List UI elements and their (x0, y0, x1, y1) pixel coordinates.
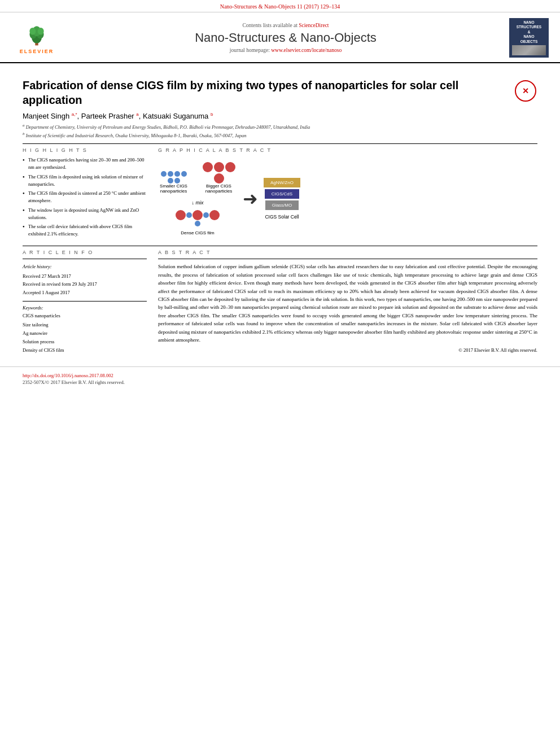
keywords-list: CIGS nanoparticles Size tailoring Ag nan… (23, 312, 147, 355)
authors-line: Manjeet Singh a,*, Parteek Prasher a, Ka… (23, 112, 537, 120)
sciencedirect-link[interactable]: ScienceDirect (299, 23, 329, 28)
page-footer: http://dx.doi.org/10.1016/j.nanoso.2017.… (0, 366, 560, 391)
dense-film-label: Dense CIGS film (181, 230, 215, 235)
journal-center: Contents lists available at ScienceDirec… (62, 23, 509, 53)
highlight-item: The CIGS film is deposited using ink sol… (23, 173, 147, 188)
highlights-and-graphical-abstract: H I G H L I G H T S The CIGS nanoparticl… (23, 147, 537, 241)
graphical-abstract-figure: Smaller CIGSnanoparticles Big (158, 156, 537, 241)
keyword-item: Solution process (23, 338, 147, 346)
elsevier-tree-icon (23, 22, 51, 47)
highlight-item: The solar cell device fabricated with ab… (23, 223, 147, 238)
elsevier-label: ELSEVIER (20, 49, 54, 54)
solar-cell-diagram: AgNW/ZnO CIGS/CdS Glass/MO CIGS Solar Ce… (264, 178, 300, 220)
bigger-nanoparticles: Bigger CIGSnanoparticles (200, 162, 237, 195)
cigs-layer: CIGS/CdS (265, 189, 299, 199)
svg-point-6 (38, 27, 44, 34)
highlight-item: The CIGS nanoparticles having size 20–30… (23, 156, 147, 171)
keyword-item: Ag nanowire (23, 329, 147, 338)
copyright-line: © 2017 Elsevier B.V. All rights reserved… (158, 347, 537, 353)
keywords-label: Keywords: (23, 305, 147, 311)
main-content: Fabrication of dense CIGS film by mixing… (0, 63, 560, 355)
elsevier-logo: ELSEVIER (11, 22, 62, 54)
keyword-item: Density of CIGS film (23, 346, 147, 355)
bigger-np-label: Bigger CIGSnanoparticles (205, 184, 233, 194)
page: Nano-Structures & Nano-Objects 11 (2017)… (0, 0, 560, 747)
abstract-text: Solution method fabrication of copper in… (158, 263, 537, 344)
glass-layer: Glass/MO (265, 200, 299, 210)
contents-line: Contents lists available at ScienceDirec… (62, 23, 509, 28)
journal-header: ELSEVIER Contents lists available at Sci… (0, 12, 560, 63)
highlights-section: H I G H L I G H T S The CIGS nanoparticl… (23, 147, 147, 241)
article-info-label: A R T I C L E I N F O (23, 250, 147, 255)
footer-doi[interactable]: http://dx.doi.org/10.1016/j.nanoso.2017.… (23, 373, 537, 378)
smaller-nanoparticles: Smaller CIGSnanoparticles (158, 171, 189, 195)
mix-label: ↓ mix (192, 200, 204, 206)
accepted-date: Accepted 1 August 2017 (23, 290, 70, 295)
graphical-abstract-section: G R A P H I C A L A B S T R A C T (158, 147, 537, 241)
journal-thumbnail: NANOSTRUCTURES&NANOOBJECTS (509, 18, 549, 58)
article-title: Fabrication of dense CIGS film by mixing… (23, 78, 509, 107)
article-title-section: Fabrication of dense CIGS film by mixing… (23, 78, 537, 107)
graphical-abstract-label: G R A P H I C A L A B S T R A C T (158, 147, 537, 153)
homepage-url[interactable]: www.elsevier.com/locate/nanoso (271, 47, 342, 53)
journal-name-heading: Nano-Structures & Nano-Objects (62, 30, 509, 45)
svg-point-5 (29, 27, 36, 34)
divider-1 (23, 143, 537, 144)
keywords-section: Keywords: CIGS nanoparticles Size tailor… (23, 305, 147, 355)
footer-issn: 2352-507X/© 2017 Elsevier B.V. All right… (23, 379, 537, 385)
journal-ref-bar: Nano-Structures & Nano-Objects 11 (2017)… (0, 0, 560, 12)
thumb-image (512, 45, 546, 55)
revised-date: Received in revised form 29 July 2017 (23, 281, 97, 287)
highlight-item: The window layer is deposited using AgNW… (23, 207, 147, 221)
article-info: A R T I C L E I N F O Article history: R… (23, 250, 147, 355)
article-lower-section: A R T I C L E I N F O Article history: R… (23, 250, 537, 355)
highlights-list: The CIGS nanoparticles having size 20–30… (23, 156, 147, 238)
keyword-item: Size tailoring (23, 321, 147, 329)
dense-film-circles (175, 210, 220, 226)
solar-cell-label: CIGS Solar Cell (265, 214, 299, 220)
received-date: Received 27 March 2017 (23, 273, 71, 279)
agnw-layer: AgNW/ZnO (264, 178, 300, 187)
article-history: Article history: Received 27 March 2017 … (23, 263, 147, 296)
arrow-right-icon: ➜ (243, 188, 258, 209)
journal-ref: Nano-Structures & Nano-Objects 11 (2017)… (220, 3, 340, 10)
keyword-item: CIGS nanoparticles (23, 312, 147, 320)
abstract-label: A B S T R A C T (158, 250, 537, 255)
crossmark-badge (515, 80, 537, 103)
abstract-section: A B S T R A C T Solution method fabricat… (158, 250, 537, 355)
highlights-label: H I G H L I G H T S (23, 147, 147, 153)
history-label: Article history: (23, 263, 147, 270)
smaller-np-label: Smaller CIGSnanoparticles (160, 184, 187, 194)
highlight-item: The CIGS film deposited is sintered at 2… (23, 190, 147, 204)
affiliations: a Department of Chemistry, University of… (23, 123, 537, 139)
divider-2 (23, 246, 537, 246)
journal-homepage: journal homepage: www.elsevier.com/locat… (62, 47, 509, 53)
